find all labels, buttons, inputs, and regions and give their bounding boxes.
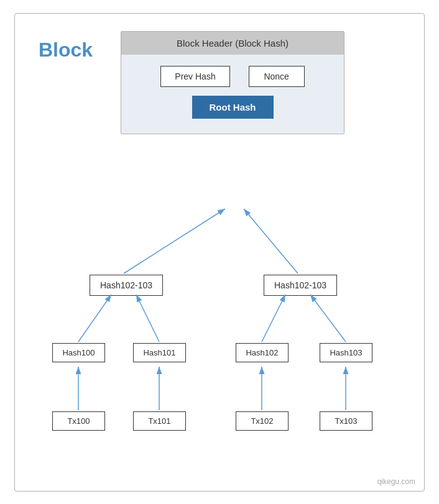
tx100-box: Tx100 bbox=[52, 411, 105, 431]
arrow-hash102-to-midright bbox=[262, 295, 285, 342]
arrow-hash100-to-midleft bbox=[78, 295, 111, 342]
hash102-box: Hash102 bbox=[236, 343, 289, 362]
block-header-title: Block Header (Block Hash) bbox=[121, 32, 344, 55]
tx101-box: Tx101 bbox=[133, 411, 186, 431]
arrow-midleft-to-roothash bbox=[124, 209, 225, 273]
arrow-hash103-to-midright bbox=[310, 295, 346, 342]
hash103-box: Hash103 bbox=[320, 343, 372, 362]
arrow-midright-to-roothash bbox=[244, 209, 298, 273]
watermark: qikegu.com bbox=[377, 477, 415, 486]
block-header-box: Block Header (Block Hash) Prev Hash Nonc… bbox=[121, 31, 344, 134]
nonce-box: Nonce bbox=[249, 66, 305, 87]
block-label: Block bbox=[39, 39, 93, 62]
arrow-hash101-to-midleft bbox=[136, 295, 159, 342]
tx103-box: Tx103 bbox=[320, 411, 372, 431]
hash100-box: Hash100 bbox=[52, 343, 105, 362]
hash101-box: Hash101 bbox=[133, 343, 186, 362]
mid-left-hash-box: Hash102-103 bbox=[90, 275, 163, 296]
tx102-box: Tx102 bbox=[236, 411, 289, 431]
root-hash-box: Root Hash bbox=[192, 96, 274, 119]
mid-right-hash-box: Hash102-103 bbox=[264, 275, 337, 296]
header-row-1: Prev Hash Nonce bbox=[160, 66, 304, 87]
outer-border: Block Block Header (Block Hash) Prev Has… bbox=[14, 13, 425, 492]
prev-hash-box: Prev Hash bbox=[160, 66, 229, 87]
block-header-body: Prev Hash Nonce Root Hash bbox=[121, 55, 344, 134]
